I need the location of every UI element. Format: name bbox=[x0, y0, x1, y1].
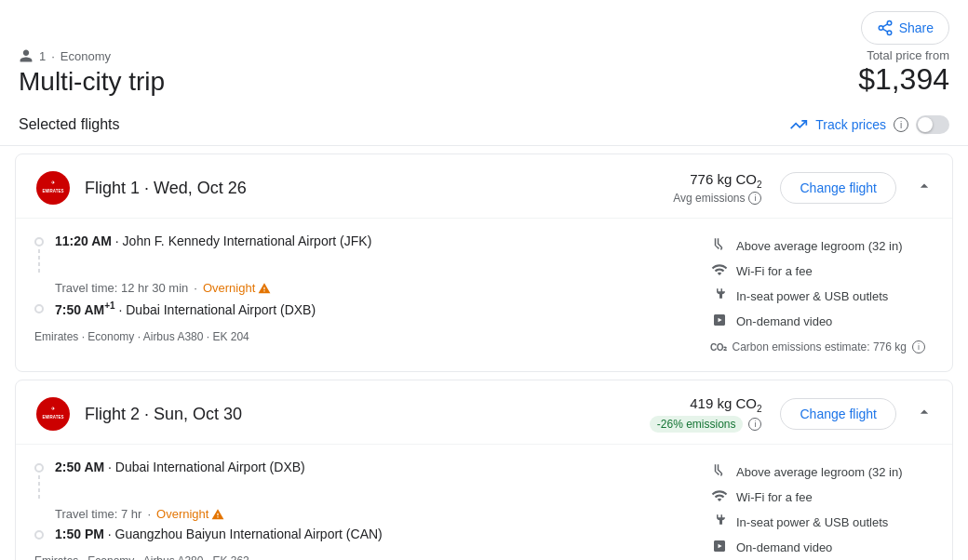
change-flight-button-1[interactable]: Change flight bbox=[780, 172, 896, 204]
amenity-label: Above average legroom (32 in) bbox=[736, 239, 903, 253]
trip-title: Multi-city trip bbox=[19, 67, 165, 97]
airline-logo: ✈ EMIRATES bbox=[34, 169, 72, 207]
flight-body-2: 2:50 AM · Dubai International Airport (D… bbox=[16, 445, 952, 560]
svg-point-5 bbox=[36, 171, 70, 205]
line-dash bbox=[38, 482, 40, 486]
amenity-row: Above average legroom (32 in) bbox=[710, 233, 934, 259]
selected-flights-bar: Selected flights Track prices i bbox=[0, 108, 968, 146]
departure-row: 2:50 AM · Dubai International Airport (D… bbox=[34, 460, 692, 501]
co2-info: 776 kg CO2 Avg emissions i bbox=[673, 171, 761, 205]
travel-time-row: Travel time: 7 hr · Overnight bbox=[34, 501, 692, 527]
travel-class: Economy bbox=[60, 49, 111, 63]
overnight-badge: Overnight bbox=[203, 281, 271, 295]
total-price-label: Total price from bbox=[858, 48, 949, 62]
track-prices-toggle[interactable] bbox=[916, 115, 949, 134]
departure-dot-container bbox=[34, 460, 44, 501]
passenger-count: 1 bbox=[39, 49, 46, 63]
travel-time-text: Travel time: 12 hr 30 min bbox=[55, 281, 188, 295]
arrival-time-airport: 7:50 AM+1 · Dubai International Airport … bbox=[55, 300, 316, 317]
flight-amenities: Above average legroom (32 in) Wi-Fi for … bbox=[692, 233, 934, 356]
collapse-icon-2[interactable] bbox=[915, 403, 934, 426]
flight-meta: Emirates · Economy · Airbus A380 · EK 20… bbox=[34, 330, 692, 343]
flight-meta: Emirates · Economy · Airbus A380 · EK 36… bbox=[34, 554, 692, 560]
departure-dot bbox=[34, 237, 44, 247]
flight-amenities: Above average legroom (32 in) Wi-Fi for … bbox=[692, 460, 934, 560]
departure-dot-container bbox=[34, 233, 44, 275]
amenity-row: Wi-Fi for a fee bbox=[710, 259, 934, 284]
line-dash bbox=[38, 488, 40, 492]
avg-info-icon[interactable]: i bbox=[748, 192, 761, 205]
page-header: 1 · Economy Multi-city trip Total price … bbox=[0, 48, 968, 108]
departure-time-airport: 11:20 AM · John F. Kennedy International… bbox=[55, 233, 371, 248]
share-button[interactable]: Share bbox=[861, 11, 949, 45]
amenity-label: In-seat power & USB outlets bbox=[736, 289, 888, 303]
arrival-info: 7:50 AM+1 · Dubai International Airport … bbox=[55, 300, 316, 317]
flight-body-1: 11:20 AM · John F. Kennedy International… bbox=[16, 219, 952, 371]
svg-text:EMIRATES: EMIRATES bbox=[43, 415, 64, 420]
separator-dot: · bbox=[194, 281, 197, 295]
svg-text:EMIRATES: EMIRATES bbox=[43, 189, 64, 193]
amenity-icon-1 bbox=[710, 487, 729, 507]
overnight-warning-icon bbox=[211, 508, 224, 521]
track-prices-label[interactable]: Track prices bbox=[815, 117, 886, 132]
arrival-dot bbox=[34, 530, 44, 540]
amenity-icon-3 bbox=[710, 312, 729, 331]
arrival-row: 1:50 PM · Guangzhou Baiyun International… bbox=[34, 527, 692, 541]
emirates-logo: ✈ EMIRATES bbox=[35, 396, 71, 432]
amenity-label: In-seat power & USB outlets bbox=[736, 515, 888, 529]
line-dash bbox=[38, 256, 40, 260]
share-label: Share bbox=[899, 20, 934, 35]
overnight-warning-icon bbox=[258, 282, 271, 295]
total-price: $1,394 bbox=[858, 62, 949, 97]
flight-card-2: ✈ EMIRATES Flight 2 · Sun, Oct 30 419 kg… bbox=[15, 380, 953, 560]
airline-logo: ✈ EMIRATES bbox=[34, 395, 72, 433]
avg-emissions: Avg emissions i bbox=[673, 192, 761, 205]
carbon-estimate-text: Carbon emissions estimate: 776 kg bbox=[733, 340, 907, 353]
arrival-dot-container bbox=[34, 527, 44, 540]
amenity-icon-2 bbox=[710, 513, 729, 532]
line-dash bbox=[38, 262, 40, 266]
track-prices-info-icon[interactable]: i bbox=[894, 117, 908, 132]
line-dash bbox=[38, 269, 40, 273]
flight-title: Flight 2 · Sun, Oct 30 bbox=[85, 405, 242, 424]
carbon-info-icon[interactable]: i bbox=[912, 340, 925, 353]
amenity-label: Wi-Fi for a fee bbox=[736, 264, 813, 278]
amenity-label: Wi-Fi for a fee bbox=[736, 490, 813, 504]
flight-route: 2:50 AM · Dubai International Airport (D… bbox=[34, 460, 692, 560]
amenity-label: On-demand video bbox=[736, 540, 832, 554]
flights-container: ✈ EMIRATES Flight 1 · Wed, Oct 26 776 kg… bbox=[0, 153, 968, 560]
co2-amount: 776 kg CO2 bbox=[673, 171, 761, 190]
header-right: Total price from $1,394 bbox=[858, 48, 949, 97]
line-dash bbox=[38, 495, 40, 499]
departure-row: 11:20 AM · John F. Kennedy International… bbox=[34, 233, 692, 275]
arrival-dot-container bbox=[34, 300, 44, 313]
arrival-info: 1:50 PM · Guangzhou Baiyun International… bbox=[55, 527, 383, 541]
svg-line-3 bbox=[882, 29, 887, 32]
amenity-icon-3 bbox=[710, 538, 729, 557]
travel-time-text: Travel time: 7 hr bbox=[55, 507, 141, 521]
collapse-icon-1[interactable] bbox=[915, 177, 934, 200]
separator-dot: · bbox=[147, 507, 151, 521]
overnight-badge: Overnight bbox=[156, 507, 224, 521]
co2-icon-label: CO₂ bbox=[710, 342, 727, 353]
departure-time-airport: 2:50 AM · Dubai International Airport (D… bbox=[55, 460, 305, 474]
amenity-icon-0 bbox=[710, 462, 729, 482]
amenity-row: On-demand video bbox=[710, 535, 934, 560]
dot-separator: · bbox=[51, 49, 55, 63]
emirates-logo: ✈ EMIRATES bbox=[35, 170, 71, 206]
emission-info-icon[interactable]: i bbox=[748, 418, 761, 431]
departure-info: 2:50 AM · Dubai International Airport (D… bbox=[55, 460, 305, 474]
change-flight-button-2[interactable]: Change flight bbox=[780, 398, 896, 430]
svg-point-8 bbox=[36, 397, 70, 431]
flight-header-right: 776 kg CO2 Avg emissions i Change flight bbox=[673, 171, 934, 205]
selected-flights-label: Selected flights bbox=[19, 116, 120, 133]
amenity-icon-0 bbox=[710, 236, 729, 256]
arrival-row: 7:50 AM+1 · Dubai International Airport … bbox=[34, 300, 692, 317]
departure-info: 11:20 AM · John F. Kennedy International… bbox=[55, 233, 371, 248]
svg-point-1 bbox=[879, 26, 883, 31]
flight-title: Flight 1 · Wed, Oct 26 bbox=[85, 179, 247, 198]
co2-info: 419 kg CO2 -26% emissions i bbox=[650, 395, 762, 433]
travel-time-row: Travel time: 12 hr 30 min · Overnight bbox=[34, 275, 692, 300]
amenity-row: Wi-Fi for a fee bbox=[710, 485, 934, 510]
svg-point-2 bbox=[887, 31, 892, 35]
